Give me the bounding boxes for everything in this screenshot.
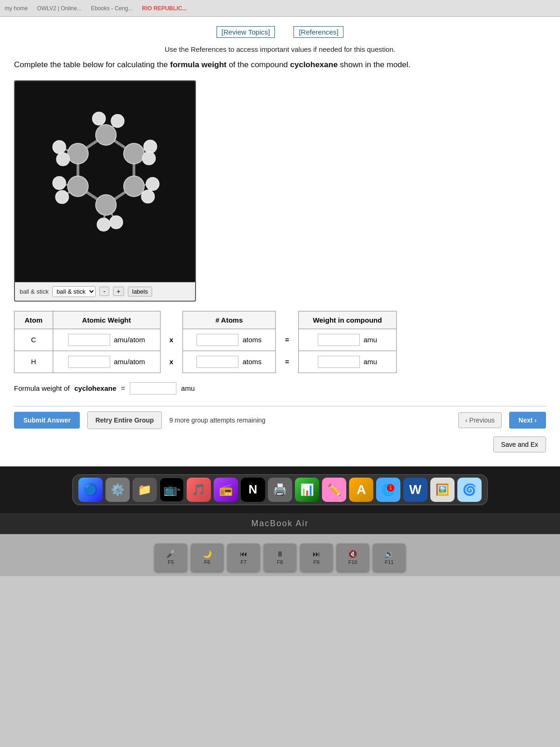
stats-icon: 📊 [300,483,314,496]
svg-point-18 [96,125,116,145]
svg-point-31 [110,216,123,229]
table-row-carbon: C amu/atom x atoms = amu [14,329,397,351]
word-icon: W [409,482,421,497]
files-icon: 📁 [138,483,152,496]
key-f8[interactable]: ⏸ F8 [264,543,296,571]
formula-table: Atom Atomic Weight # Atoms Weight in com… [14,311,397,373]
svg-point-24 [92,112,105,125]
key-f6[interactable]: 🌙 F6 [191,543,224,571]
svg-point-22 [68,176,88,197]
f7-rewind-icon: ⏮ [240,550,247,558]
col-header-atom: Atom [14,311,53,329]
operator-x-c: x [160,329,182,351]
weight-h-cell: amu [298,351,396,373]
f10-mute-icon: 🔇 [348,550,357,558]
labels-button[interactable]: labels [128,287,152,296]
num-atoms-c-input[interactable] [196,334,238,346]
atomic-weight-h-input[interactable] [68,356,110,368]
dock-icon-news[interactable]: N [241,478,265,502]
num-atoms-h-input[interactable] [196,356,238,368]
atom-h: H [14,351,53,373]
sketch-icon: ✏️ [327,483,341,496]
appletv-icon: 📺 [163,483,177,496]
col-header-op1 [160,311,182,329]
dock-icon-browser[interactable]: 🌐 1 [376,478,400,502]
svg-point-21 [96,195,116,215]
svg-point-35 [56,153,70,166]
svg-point-28 [146,177,159,190]
table-row-hydrogen: H amu/atom x atoms = amu [14,351,397,373]
dock-icon-photos[interactable]: 🖼️ [430,478,455,502]
atomic-weight-h-cell: amu/atom [53,351,160,373]
dock-icon-icloud[interactable]: 🌀 [457,478,482,502]
dock-icon-finder[interactable]: 🔵 [78,478,103,502]
weight-c-cell: amu [298,329,396,351]
molecule-svg [31,98,181,266]
next-chevron-icon: › [534,416,537,424]
dock: 🔵 ⚙️ 📁 📺 tv 🎵 📻 [72,474,488,505]
dock-icon-print[interactable]: 🖨️ [268,478,292,502]
prev-chevron-icon: ‹ [465,416,468,424]
sysprefs-icon: ⚙️ [111,483,125,496]
dock-icon-sketch[interactable]: ✏️ [322,478,346,502]
formula-weight-row: Formula weight of cyclohexane = amu [14,382,546,395]
zoom-out-button[interactable]: - [99,287,109,296]
key-f11[interactable]: 🔉 F11 [373,543,406,571]
attempts-remaining-text: 9 more group attempts remaining [169,416,451,424]
save-exit-button[interactable]: Save and Ex [493,437,546,452]
next-button[interactable]: Next › [509,412,546,429]
svg-point-26 [144,140,157,153]
font-icon: A [357,482,366,497]
col-header-num-atoms: # Atoms [182,311,276,329]
svg-point-34 [53,141,66,154]
weight-h-input[interactable] [318,356,360,368]
formula-weight-label-start: Formula weight of [14,384,70,392]
dock-icon-files[interactable]: 📁 [133,478,157,502]
f8-playpause-icon: ⏸ [276,550,284,558]
retry-group-button[interactable]: Retry Entire Group [87,411,161,429]
browser-icon: 🌐 1 [381,483,395,496]
dock-icon-font[interactable]: A [349,478,373,502]
f9-forward-icon: ⏭ [313,550,320,558]
svg-point-29 [141,190,154,203]
dock-icon-podcasts[interactable]: 📻 [214,478,238,502]
col-header-atomic-weight: Atomic Weight [53,311,160,329]
operator-x-h: x [160,351,182,373]
svg-point-27 [142,152,155,165]
svg-point-20 [124,176,144,197]
weight-c-input[interactable] [318,334,360,346]
key-f5[interactable]: 🎤 F5 [154,543,187,571]
col-header-op2 [276,311,298,329]
zoom-in-button[interactable]: + [113,287,124,296]
action-row: Submit Answer Retry Entire Group 9 more … [14,411,546,429]
instructions-text: Use the References to access important v… [14,45,546,53]
atomic-weight-c-input[interactable] [68,334,110,346]
dock-icon-music[interactable]: 🎵 [187,478,211,502]
svg-point-23 [68,143,88,164]
keyboard-area: 🎤 F5 🌙 F6 ⏮ F7 ⏸ F8 ⏭ F9 🔇 F10 🔉 F11 [0,534,560,576]
previous-button[interactable]: ‹ Previous [458,412,502,428]
col-header-weight-compound: Weight in compound [298,311,396,329]
dock-icon-word[interactable]: W [403,478,427,502]
key-f10[interactable]: 🔇 F10 [336,543,369,571]
f5-mic-icon: 🎤 [166,550,175,558]
viewer-mode-select[interactable]: ball & stick spacefill stick [52,286,96,297]
dock-icon-stats[interactable]: 📊 [295,478,319,502]
podcasts-icon: 📻 [219,483,233,496]
formula-table-section: Atom Atomic Weight # Atoms Weight in com… [14,311,546,373]
dock-icon-sysprefs[interactable]: ⚙️ [105,478,130,502]
references-link[interactable]: [References] [294,26,343,38]
music-icon: 🎵 [192,483,206,496]
submit-answer-button[interactable]: Submit Answer [14,412,80,429]
review-topics-link[interactable]: [Review Topics] [217,26,275,38]
svg-point-32 [53,176,66,190]
molecule-viewer: ball & stick ball & stick spacefill stic… [14,80,196,302]
print-icon: 🖨️ [273,483,287,496]
f11-voldown-icon: 🔉 [385,550,394,558]
key-f9[interactable]: ⏭ F9 [300,543,333,571]
formula-weight-input[interactable] [130,382,176,395]
key-f7[interactable]: ⏮ F7 [227,543,260,571]
atom-c: C [14,329,53,351]
finder-icon: 🔵 [84,483,98,496]
dock-icon-appletv[interactable]: 📺 tv [160,478,184,502]
